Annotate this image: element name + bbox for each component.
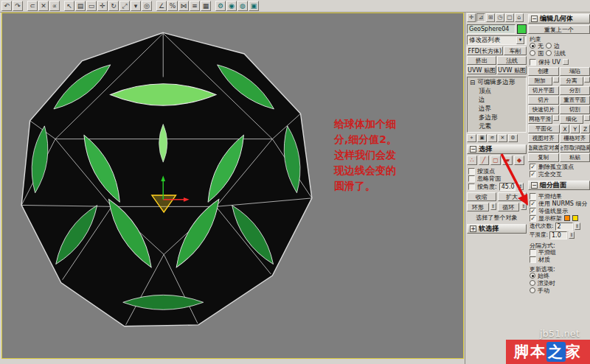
bind-to-space-warp-icon[interactable]: ∝ bbox=[49, 1, 60, 11]
tab-modify-icon[interactable]: ⊿ bbox=[476, 13, 485, 22]
quickslice-button[interactable]: 快速切片 bbox=[528, 105, 559, 114]
by-angle-checkbox[interactable] bbox=[468, 183, 475, 190]
update-always-radio[interactable] bbox=[530, 273, 535, 279]
planar-y-button[interactable]: Y bbox=[570, 125, 580, 133]
modifier-button-normal[interactable]: 法线 bbox=[497, 56, 527, 65]
selection-rollout-header[interactable]: − 选择 bbox=[467, 144, 527, 154]
split-button[interactable]: 分割 bbox=[560, 86, 590, 95]
shrink-button[interactable]: 收缩 bbox=[467, 192, 496, 201]
mirror-icon[interactable]: ⋈ bbox=[178, 1, 189, 11]
attach-settings-icon[interactable] bbox=[553, 77, 559, 83]
stack-item-element[interactable]: 元素 bbox=[468, 122, 525, 131]
update-manual-radio[interactable] bbox=[530, 287, 535, 293]
render-setup-icon[interactable]: ▣ bbox=[249, 1, 259, 11]
slice-button[interactable]: 切片 bbox=[528, 96, 559, 105]
tessellate-button[interactable]: 细化 bbox=[560, 115, 584, 124]
modifier-button-uvw1[interactable]: UVW 贴图 bbox=[467, 66, 496, 74]
tessellate-settings-icon[interactable] bbox=[584, 115, 590, 121]
coordinate-dropdown-icon[interactable]: ▾ bbox=[131, 1, 141, 11]
pin-stack-icon[interactable]: ⌖ bbox=[467, 134, 476, 142]
undo-icon[interactable]: ↶ bbox=[1, 1, 12, 11]
stack-item-border[interactable]: 边界 bbox=[468, 105, 525, 113]
tab-utilities-icon[interactable]: ⌂ bbox=[515, 13, 524, 22]
cage-selected-color-swatch[interactable] bbox=[572, 215, 578, 221]
smoothness-spinner[interactable] bbox=[569, 231, 575, 239]
full-interactivity-checkbox[interactable] bbox=[530, 171, 536, 178]
meshsmooth-settings-icon[interactable] bbox=[553, 115, 559, 121]
constraint-edge-radio[interactable] bbox=[546, 43, 552, 49]
percent-snap-icon[interactable]: % bbox=[167, 1, 178, 11]
soft-selection-rollout-header[interactable]: + 软选择 bbox=[467, 224, 527, 234]
smoothness-field[interactable]: 1.0 bbox=[549, 231, 567, 239]
stack-item-polygon[interactable]: 多边形 bbox=[468, 113, 525, 122]
unlink-selection-icon[interactable]: ✕ bbox=[38, 1, 49, 11]
stack-root-editable-poly[interactable]: ⊟ 可编辑多边形 bbox=[468, 78, 525, 87]
attach-button[interactable]: 附加 bbox=[528, 77, 552, 85]
modifier-button-extrude[interactable]: 挤出 bbox=[467, 56, 496, 65]
expand-icon[interactable]: ⊟ bbox=[470, 79, 475, 86]
edge-mode-icon[interactable]: ╱ bbox=[479, 155, 489, 165]
polygon-mode-icon[interactable]: ▰ bbox=[502, 155, 513, 165]
make-planar-button[interactable]: 平面化 bbox=[528, 125, 560, 133]
update-render-radio[interactable] bbox=[530, 280, 535, 286]
use-pivot-icon[interactable]: ◎ bbox=[142, 1, 152, 11]
isoline-display-checkbox[interactable] bbox=[530, 208, 536, 214]
by-vertex-checkbox[interactable] bbox=[468, 168, 475, 175]
preserve-uv-settings-icon[interactable] bbox=[563, 59, 569, 65]
delete-isolated-vertices-checkbox[interactable] bbox=[530, 164, 536, 170]
show-cage-checkbox[interactable] bbox=[530, 215, 536, 222]
copy-button[interactable]: 复制 bbox=[528, 153, 559, 162]
preserve-uv-checkbox[interactable] bbox=[530, 59, 536, 66]
element-mode-icon[interactable]: ◆ bbox=[514, 155, 524, 165]
modifier-list-dropdown[interactable]: 修改器列表 ▾ bbox=[467, 35, 527, 45]
grow-button[interactable]: 扩大 bbox=[498, 192, 527, 201]
angle-snap-icon[interactable]: ∠ bbox=[156, 1, 167, 11]
slice-plane-button[interactable]: 切片平面 bbox=[528, 86, 559, 95]
align-icon[interactable]: ≡ bbox=[190, 1, 200, 11]
tab-create-icon[interactable]: ✛ bbox=[467, 13, 476, 22]
tab-motion-icon[interactable]: ◷ bbox=[496, 13, 504, 22]
smoothing-groups-checkbox[interactable] bbox=[530, 249, 536, 256]
create-button[interactable]: 创建 bbox=[528, 67, 559, 76]
object-name-field[interactable]: GeoSphere04 bbox=[467, 24, 516, 34]
select-and-link-icon[interactable]: ⊂ bbox=[27, 1, 38, 11]
constraint-none-radio[interactable] bbox=[530, 43, 535, 49]
constraint-face-radio[interactable] bbox=[530, 50, 535, 56]
schematic-view-icon[interactable]: ◉ bbox=[226, 1, 237, 11]
iterations-field[interactable]: 2 bbox=[555, 223, 573, 231]
tab-display-icon[interactable]: ▢ bbox=[505, 13, 514, 22]
repeat-last-button[interactable]: 重复上一个 bbox=[528, 25, 590, 34]
smooth-result-checkbox[interactable] bbox=[530, 193, 536, 200]
loop-button[interactable]: 循环 bbox=[498, 203, 520, 211]
select-and-rotate-icon[interactable]: ↻ bbox=[108, 1, 119, 11]
ring-button[interactable]: 环形 bbox=[467, 203, 489, 211]
angle-value-field[interactable]: 45.0 bbox=[499, 183, 516, 191]
grid-align-button[interactable]: 栅格对齐 bbox=[560, 134, 590, 143]
hide-selected-button[interactable]: 隐藏选定对象 bbox=[528, 144, 559, 153]
collapse-button[interactable]: 塌陷 bbox=[560, 67, 590, 76]
show-end-result-icon[interactable]: ▣ bbox=[477, 134, 487, 142]
object-color-swatch[interactable] bbox=[517, 24, 527, 34]
layer-manager-icon[interactable]: ▦ bbox=[201, 1, 211, 11]
curve-editor-icon[interactable]: ⚙ bbox=[215, 1, 226, 11]
modifier-button-ffd[interactable]: FFD(长方体) bbox=[467, 46, 503, 55]
modifier-button-lathe[interactable]: 车削 bbox=[504, 46, 527, 55]
ring-spinner[interactable] bbox=[490, 203, 496, 210]
reset-plane-button[interactable]: 重置平面 bbox=[560, 96, 590, 105]
materials-checkbox[interactable] bbox=[530, 256, 536, 263]
planar-z-button[interactable]: Z bbox=[580, 125, 590, 133]
cage-color-swatch[interactable] bbox=[564, 215, 570, 221]
stack-item-edge[interactable]: 边 bbox=[468, 96, 525, 105]
unhide-all-button[interactable]: 全部取消隐藏 bbox=[560, 144, 590, 153]
iterations-spinner[interactable] bbox=[575, 223, 580, 230]
meshsmooth-button[interactable]: 网格平滑 bbox=[528, 115, 552, 124]
ignore-backfacing-checkbox[interactable] bbox=[468, 175, 475, 182]
modifier-button-uvw2[interactable]: UVW 贴图 bbox=[497, 66, 527, 74]
planar-x-button[interactable]: X bbox=[560, 125, 570, 133]
select-by-name-icon[interactable]: ▤ bbox=[75, 1, 86, 11]
subdivision-surface-rollout-header[interactable]: − 细分曲面 bbox=[528, 181, 590, 190]
remove-modifier-icon[interactable]: ✕ bbox=[498, 134, 507, 142]
redo-icon[interactable]: ↷ bbox=[13, 1, 23, 11]
angle-spinner[interactable] bbox=[518, 183, 524, 190]
border-mode-icon[interactable]: ▢ bbox=[490, 155, 501, 165]
